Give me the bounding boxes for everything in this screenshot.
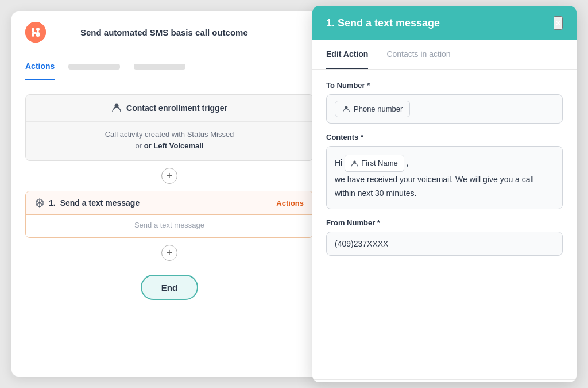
left-tabs: Actions bbox=[11, 53, 327, 80]
trigger-header: Contact enrollment trigger bbox=[26, 95, 313, 121]
left-content: Contact enrollment trigger Call activity… bbox=[11, 80, 327, 314]
right-panel-header: 1. Send a text message × bbox=[312, 6, 577, 40]
from-number-field[interactable]: (409)237XXXX bbox=[326, 232, 563, 256]
action-box: 1. Send a text message Actions Send a te… bbox=[25, 191, 314, 238]
left-panel: Send automated SMS basis call outcome Ac… bbox=[11, 11, 327, 377]
person-token-icon bbox=[342, 105, 350, 113]
left-header: Send automated SMS basis call outcome bbox=[11, 11, 327, 53]
tab-contacts-in-action[interactable]: Contacts in action bbox=[386, 40, 450, 69]
first-name-token[interactable]: First Name bbox=[345, 155, 404, 172]
contents-line1: Hi First Name , bbox=[335, 155, 554, 172]
tab-edit-action[interactable]: Edit Action bbox=[326, 40, 368, 69]
plus-button-1[interactable]: + bbox=[161, 168, 177, 184]
right-panel-tabs: Edit Action Contacts in action bbox=[312, 40, 577, 70]
plus-button-2[interactable]: + bbox=[161, 245, 177, 261]
to-number-label: To Number * bbox=[326, 81, 563, 90]
right-panel-footer: Save Cancel bbox=[312, 379, 577, 382]
tab-inactive-2[interactable] bbox=[134, 64, 185, 70]
right-panel-content: To Number * Phone number Contents * Hi bbox=[312, 70, 577, 379]
right-panel: 1. Send a text message × Edit Action Con… bbox=[312, 6, 577, 382]
first-name-label: First Name bbox=[361, 157, 398, 170]
tab-inactive-1[interactable] bbox=[68, 64, 120, 70]
actions-menu-label[interactable]: Actions bbox=[276, 199, 304, 208]
action-header-left: 1. Send a text message bbox=[35, 198, 140, 208]
action-label: Send a text message bbox=[60, 198, 140, 208]
tab-actions[interactable]: Actions bbox=[25, 53, 55, 80]
person-icon bbox=[111, 103, 122, 113]
hubspot-logo-real bbox=[25, 22, 46, 43]
trigger-box: Contact enrollment trigger Call activity… bbox=[25, 94, 314, 161]
person-name-icon bbox=[351, 160, 358, 167]
action-header: 1. Send a text message Actions bbox=[26, 191, 313, 214]
contents-box[interactable]: Hi First Name , we have received your vo… bbox=[326, 146, 563, 209]
action-body: Send a text message bbox=[26, 214, 313, 237]
from-number-group: From Number * (409)237XXXX bbox=[326, 218, 563, 256]
end-button[interactable]: End bbox=[141, 275, 198, 300]
to-number-field[interactable]: Phone number bbox=[326, 94, 563, 124]
action-number: 1. bbox=[49, 198, 56, 208]
svg-point-11 bbox=[353, 160, 356, 163]
close-button[interactable]: × bbox=[554, 16, 563, 30]
contents-group: Contents * Hi First Name , we have recei… bbox=[326, 133, 563, 209]
from-number-label: From Number * bbox=[326, 218, 563, 227]
contents-body: we have received your voicemail. We will… bbox=[335, 173, 554, 201]
svg-rect-8 bbox=[32, 32, 37, 34]
hi-text: Hi bbox=[335, 156, 342, 170]
trigger-body: Call activity created with Status Missed… bbox=[26, 121, 313, 160]
contents-label: Contents * bbox=[326, 133, 563, 141]
to-number-group: To Number * Phone number bbox=[326, 81, 563, 124]
svg-point-10 bbox=[345, 106, 348, 109]
svg-rect-6 bbox=[32, 28, 34, 33]
right-panel-title: 1. Send a text message bbox=[326, 17, 440, 29]
comma-text: , bbox=[407, 156, 409, 170]
trigger-header-text: Contact enrollment trigger bbox=[126, 103, 227, 113]
phone-number-token[interactable]: Phone number bbox=[335, 101, 410, 117]
cube-icon bbox=[35, 198, 44, 208]
left-panel-title: Send automated SMS basis call outcome bbox=[80, 28, 248, 37]
